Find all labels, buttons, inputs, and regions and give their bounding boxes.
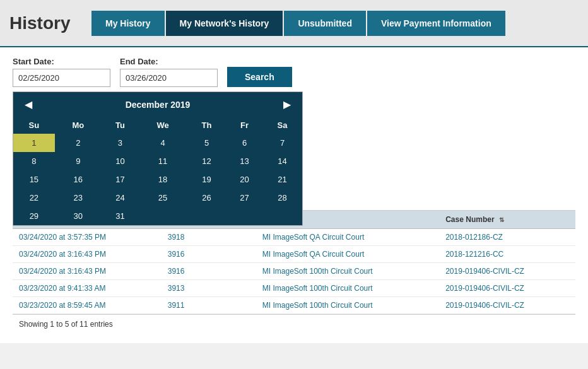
cell-court[interactable]: MI ImageSoft QA Circuit Court: [256, 246, 439, 263]
calendar-day[interactable]: 15: [13, 170, 55, 189]
cal-header-mo: Mo: [55, 117, 102, 134]
calendar-day[interactable]: 22: [13, 189, 55, 207]
table-row: 03/24/2020 at 3:16:43 PM3916MI ImageSoft…: [13, 263, 575, 280]
calendar-days-header-row: Su Mo Tu We Th Fr Sa: [13, 117, 302, 134]
calendar-prev-button[interactable]: ◀: [21, 97, 36, 112]
start-date-input[interactable]: [13, 69, 110, 87]
sort-case-icon[interactable]: ⇅: [499, 216, 504, 223]
calendar-day[interactable]: 26: [187, 189, 226, 207]
calendar-day[interactable]: 14: [262, 152, 302, 170]
calendar-day: [226, 207, 262, 225]
calendar-day: [139, 207, 187, 225]
calendar-day[interactable]: 9: [55, 152, 102, 170]
table-row: 03/24/2020 at 3:57:35 PM3918MI ImageSoft…: [13, 229, 575, 246]
calendar-day[interactable]: 1: [13, 134, 55, 152]
start-date-field: Start Date:: [13, 57, 110, 87]
cell-date[interactable]: 03/23/2020 at 9:41:33 AM: [13, 280, 162, 297]
cal-header-tu: Tu: [102, 117, 139, 134]
cell-case[interactable]: 2018-121216-CC: [439, 246, 575, 263]
cell-date[interactable]: 03/24/2020 at 3:16:43 PM: [13, 246, 162, 263]
cell-court[interactable]: MI ImageSoft 100th Circuit Court: [256, 280, 439, 297]
cell-case[interactable]: 2019-019406-CIVIL-CZ: [439, 297, 575, 314]
main-content: Start Date: End Date: Search ◀ December …: [0, 47, 588, 343]
page-title: History: [9, 13, 79, 33]
cell-date[interactable]: 03/24/2020 at 3:16:43 PM: [13, 263, 162, 280]
table-footer: Showing 1 to 5 of 11 entries: [13, 314, 575, 334]
tab-view-payment[interactable]: View Payment Information: [367, 11, 505, 36]
calendar-day[interactable]: 25: [139, 189, 187, 207]
calendar-month-year: December 2019: [126, 100, 191, 110]
start-date-label: Start Date:: [13, 57, 110, 66]
calendar-day[interactable]: 7: [262, 134, 302, 152]
calendar-day[interactable]: 19: [187, 170, 226, 189]
col-header-case: Case Number ⇅: [439, 211, 575, 229]
cell-code[interactable]: 3916: [162, 246, 256, 263]
calendar-day[interactable]: 23: [55, 189, 102, 207]
cell-case[interactable]: 2019-019406-CIVIL-CZ: [439, 263, 575, 280]
calendar-header: ◀ December 2019 ▶: [13, 92, 302, 117]
date-filter-row: Start Date: End Date: Search: [13, 57, 575, 87]
cell-code[interactable]: 3913: [162, 280, 256, 297]
calendar-next-button[interactable]: ▶: [279, 97, 295, 112]
calendar-day[interactable]: 8: [13, 152, 55, 170]
calendar-day[interactable]: 21: [262, 170, 302, 189]
calendar-day[interactable]: 28: [262, 189, 302, 207]
calendar-day[interactable]: 31: [102, 207, 139, 225]
calendar-day[interactable]: 17: [102, 170, 139, 189]
calendar-day[interactable]: 12: [187, 152, 226, 170]
end-date-field: End Date:: [120, 57, 218, 87]
search-button[interactable]: Search: [227, 67, 292, 87]
calendar-day[interactable]: 30: [55, 207, 102, 225]
cell-case[interactable]: 2019-019406-CIVIL-CZ: [439, 280, 575, 297]
tab-my-history[interactable]: My History: [91, 11, 165, 36]
calendar-day[interactable]: 29: [13, 207, 55, 225]
calendar-day[interactable]: 3: [102, 134, 139, 152]
cell-case[interactable]: 2018-012186-CZ: [439, 229, 575, 246]
calendar-day[interactable]: 20: [226, 170, 262, 189]
calendar-day[interactable]: 6: [226, 134, 262, 152]
tab-unsubmitted[interactable]: Unsubmitted: [284, 11, 366, 36]
cal-header-sa: Sa: [262, 117, 302, 134]
calendar-day[interactable]: 4: [139, 134, 187, 152]
cell-court[interactable]: MI ImageSoft QA Circuit Court: [256, 229, 439, 246]
end-date-input[interactable]: [120, 69, 218, 87]
calendar-day[interactable]: 11: [139, 152, 187, 170]
calendar-day[interactable]: 13: [226, 152, 262, 170]
cell-date[interactable]: 03/24/2020 at 3:57:35 PM: [13, 229, 162, 246]
nav-tabs: My History My Network's History Unsubmit…: [91, 0, 507, 46]
calendar-day: [187, 207, 226, 225]
cell-court[interactable]: MI ImageSoft 100th Circuit Court: [256, 263, 439, 280]
calendar-day[interactable]: 10: [102, 152, 139, 170]
cal-header-su: Su: [13, 117, 55, 134]
calendar-week-4: 293031: [13, 207, 302, 225]
table-area: Date/Time ⇅ Filing Code ⇅ Court ⇅ Case N…: [13, 210, 575, 334]
calendar-week-1: 891011121314: [13, 152, 302, 170]
cell-code[interactable]: 3916: [162, 263, 256, 280]
calendar-week-3: 22232425262728: [13, 189, 302, 207]
data-table: Date/Time ⇅ Filing Code ⇅ Court ⇅ Case N…: [13, 211, 575, 314]
calendar-day: [262, 207, 302, 225]
tab-my-network-history[interactable]: My Network's History: [166, 11, 283, 36]
cell-date[interactable]: 03/23/2020 at 8:59:45 AM: [13, 297, 162, 314]
calendar-day[interactable]: 16: [55, 170, 102, 189]
calendar-day[interactable]: 5: [187, 134, 226, 152]
table-row: 03/23/2020 at 8:59:45 AM3911MI ImageSoft…: [13, 297, 575, 314]
table-row: 03/23/2020 at 9:41:33 AM3913MI ImageSoft…: [13, 280, 575, 297]
calendar-day[interactable]: 27: [226, 189, 262, 207]
cell-code[interactable]: 3911: [162, 297, 256, 314]
calendar-week-2: 15161718192021: [13, 170, 302, 189]
end-date-label: End Date:: [120, 57, 218, 66]
cell-code[interactable]: 3918: [162, 229, 256, 246]
cal-header-fr: Fr: [226, 117, 262, 134]
calendar-day[interactable]: 24: [102, 189, 139, 207]
table-row: 03/24/2020 at 3:16:43 PM3916MI ImageSoft…: [13, 246, 575, 263]
cell-court[interactable]: MI ImageSoft 100th Circuit Court: [256, 297, 439, 314]
calendar-popup: ◀ December 2019 ▶ Su Mo Tu We Th Fr Sa 1…: [13, 91, 303, 226]
header-bar: History My History My Network's History …: [0, 0, 588, 47]
cal-header-th: Th: [187, 117, 226, 134]
calendar-day[interactable]: 2: [55, 134, 102, 152]
calendar-day[interactable]: 18: [139, 170, 187, 189]
cal-header-we: We: [139, 117, 187, 134]
calendar-week-0: 1234567: [13, 134, 302, 152]
calendar-grid: Su Mo Tu We Th Fr Sa 1234567891011121314…: [13, 117, 302, 225]
